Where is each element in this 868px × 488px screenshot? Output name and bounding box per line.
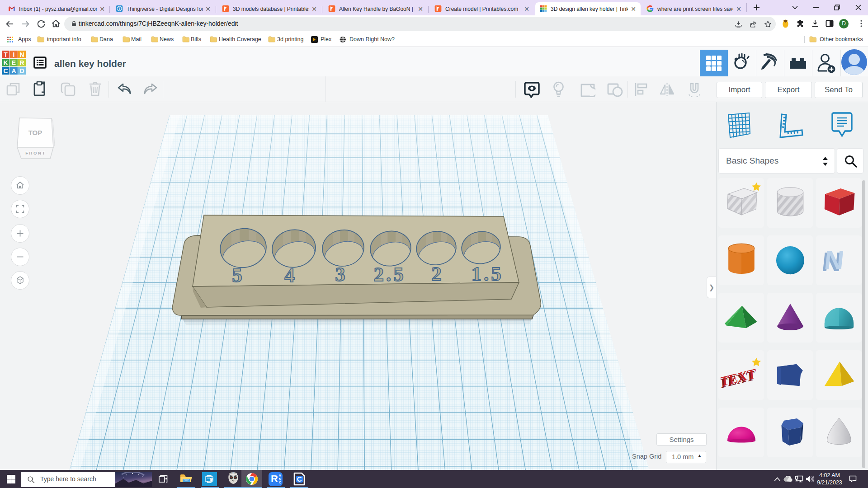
svg-text:5: 5: [232, 264, 245, 286]
svg-text:A: A: [11, 67, 16, 75]
svg-text:4: 4: [284, 264, 297, 286]
svg-text:I: I: [13, 51, 15, 58]
svg-text:C: C: [3, 67, 8, 75]
svg-text:2.5: 2.5: [373, 263, 406, 286]
svg-text:TOP: TOP: [28, 129, 42, 136]
svg-text:R: R: [19, 59, 24, 66]
svg-text:E: E: [12, 59, 16, 66]
svg-text:N: N: [823, 245, 845, 275]
svg-text:1.5: 1.5: [471, 263, 503, 285]
svg-text:NIGHT OWL: NIGHT OWL: [230, 472, 237, 474]
svg-text:3: 3: [335, 263, 348, 286]
svg-text:T: T: [4, 51, 8, 58]
svg-text:D: D: [19, 67, 24, 75]
svg-text:K: K: [3, 59, 8, 66]
svg-text:FRONT: FRONT: [25, 150, 46, 155]
svg-text:N: N: [19, 51, 24, 58]
svg-text:2: 2: [431, 263, 444, 285]
